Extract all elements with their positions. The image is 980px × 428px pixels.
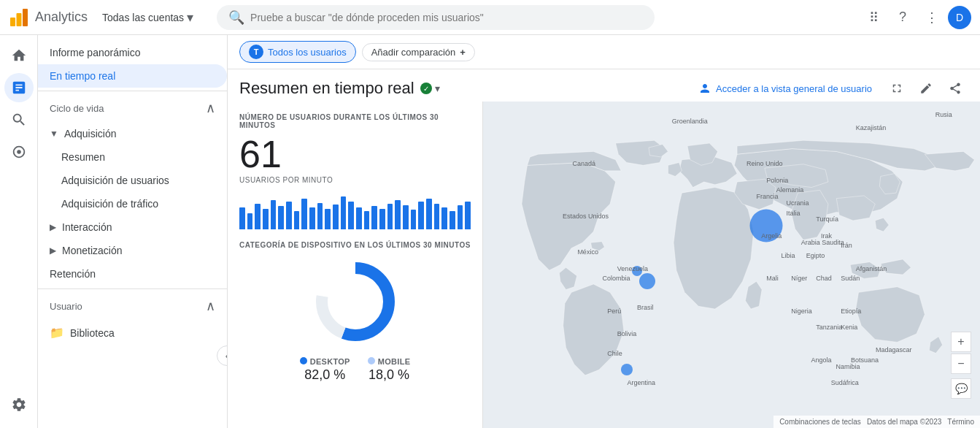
label-kenia: Kenia xyxy=(841,324,857,331)
label-namibia: Namibia xyxy=(836,363,860,370)
user-view-button[interactable]: Acceder a la vista general de usuario xyxy=(690,77,881,99)
zoom-out-button[interactable]: − xyxy=(951,354,971,374)
help-button[interactable]: ? xyxy=(890,4,916,31)
legend-desktop: DESKTOP 82,0 % xyxy=(300,357,350,383)
desktop-value: 82,0 % xyxy=(304,367,345,383)
chip-add-comparison[interactable]: Añadir comparación + xyxy=(362,43,475,61)
account-selector[interactable]: Todas las cuentas ▾ xyxy=(96,7,199,28)
nav-sub-adquisicion-usuarios[interactable]: Adquisición de usuarios xyxy=(38,169,227,192)
nav-item-overview[interactable]: Informe panorámico xyxy=(38,41,227,64)
map-chat-button[interactable]: 💬 xyxy=(951,378,971,399)
adquisicion-trafico-label: Adquisición de tráfico xyxy=(61,198,158,210)
segment-chips: T Todos los usuarios Añadir comparación … xyxy=(239,41,475,63)
bar-chart-bar xyxy=(325,209,331,229)
left-nav: Informe panorámico En tiempo real Ciclo … xyxy=(38,35,228,428)
bar-chart-bar xyxy=(364,211,370,229)
more-options-button[interactable]: ⋮ xyxy=(919,4,945,31)
chip-all-users-label: Todos los usuarios xyxy=(268,47,347,58)
label-chile: Chile xyxy=(607,350,622,357)
report-title: Resumen en tiempo real xyxy=(239,79,414,98)
device-section-title: CATEGORÍA DE DISPOSITIVO EN LOS ÚLTIMOS … xyxy=(239,241,471,249)
nav-item-interaccion[interactable]: ▶ Interacción xyxy=(38,215,227,239)
user-view-icon xyxy=(698,82,711,95)
search-bar[interactable]: 🔍 xyxy=(217,5,655,30)
realtime-label: En tiempo real xyxy=(50,70,115,82)
nav-section-lifecycle[interactable]: Ciclo de vida ∧ xyxy=(38,94,227,122)
map-data-label: Datos del mapa ©2023 xyxy=(867,418,941,426)
nav-section-usuario[interactable]: Usuario ∧ xyxy=(38,292,227,320)
desktop-label: DESKTOP xyxy=(310,357,350,366)
chevron-down-report: ▾ xyxy=(435,83,440,94)
bar-chart-bar xyxy=(465,202,471,229)
users-count: 61 xyxy=(239,135,471,173)
app-title: Analytics xyxy=(35,9,88,25)
nav-collapse-button[interactable]: ‹ xyxy=(217,345,228,366)
content-area: T Todos los usuarios Añadir comparación … xyxy=(228,35,980,428)
monetizacion-expand-icon: ▶ xyxy=(50,245,56,256)
bar-chart-bar xyxy=(387,204,393,229)
bar-chart-bar xyxy=(301,199,307,229)
label-canada: Canadá xyxy=(573,160,596,167)
analytics-logo-icon xyxy=(9,7,29,28)
nav-sub-adquisicion-trafico[interactable]: Adquisición de tráfico xyxy=(38,192,227,215)
bar-chart-bar xyxy=(395,200,401,229)
svg-rect-0 xyxy=(10,18,15,26)
share-button[interactable] xyxy=(942,75,968,102)
nav-sub-resumen[interactable]: Resumen xyxy=(38,145,227,169)
collapse-btn-area: ‹ xyxy=(38,345,227,366)
device-legend: DESKTOP 82,0 % MOBILE 18,0 % xyxy=(239,357,471,383)
label-colombia: Colombia xyxy=(602,275,630,282)
bar-chart xyxy=(239,193,471,229)
status-badge: ▾ xyxy=(420,83,440,94)
status-dot-icon xyxy=(420,83,432,94)
content-header: T Todos los usuarios Añadir comparación … xyxy=(228,35,980,69)
label-afganistan: Afganistán xyxy=(856,265,887,272)
logo-area: Analytics xyxy=(9,7,88,28)
nav-item-biblioteca[interactable]: 📁 Biblioteca xyxy=(38,320,227,345)
bar-chart-bar xyxy=(271,200,277,229)
main-content: NÚMERO DE USUARIOS DURANTE LOS ÚLTIMOS 3… xyxy=(228,102,980,428)
label-ucrania: Ucrania xyxy=(786,199,809,207)
label-polonia: Polonia xyxy=(766,177,788,184)
search-icon: 🔍 xyxy=(228,9,244,26)
adquisicion-usuarios-label: Adquisición de usuarios xyxy=(61,175,169,186)
label-etiopia: Etiopía xyxy=(841,307,861,315)
bar-chart-bar xyxy=(317,203,323,229)
nav-item-realtime[interactable]: En tiempo real xyxy=(38,64,227,88)
zoom-in-button[interactable]: + xyxy=(951,332,971,352)
bar-chart-bar xyxy=(379,209,385,229)
label-sudan: Sudán xyxy=(841,275,860,282)
terms-label: Término xyxy=(947,418,974,426)
apps-button[interactable]: ⠿ xyxy=(860,4,887,31)
edit-button[interactable] xyxy=(913,75,939,102)
sidebar-item-advertising[interactable] xyxy=(4,137,34,167)
label-angola: Angola xyxy=(811,356,831,364)
nav-item-monetizacion[interactable]: ▶ Monetización xyxy=(38,239,227,262)
nav-item-adquisicion[interactable]: ▼ Adquisición xyxy=(38,122,227,145)
legend-mobile: MOBILE 18,0 % xyxy=(368,357,411,383)
label-argelia: Argelia xyxy=(761,232,782,240)
bar-chart-bar xyxy=(403,205,409,229)
label-rusia: Rusia xyxy=(935,111,952,118)
sidebar-item-reports[interactable] xyxy=(4,73,34,102)
sidebar-item-home[interactable] xyxy=(4,41,34,70)
label-francia: Francia xyxy=(757,193,779,200)
fullscreen-button[interactable] xyxy=(884,75,910,102)
chip-all-users[interactable]: T Todos los usuarios xyxy=(239,41,356,63)
main-layout: Informe panorámico En tiempo real Ciclo … xyxy=(0,35,980,428)
bar-chart-bar xyxy=(341,196,347,229)
avatar[interactable]: D xyxy=(948,6,971,29)
label-libia: Libia xyxy=(782,252,795,259)
bar-chart-bar xyxy=(441,207,447,229)
map-area: .land { fill: #c8d0d8; stroke: #fff; str… xyxy=(483,102,980,428)
biblioteca-label: Biblioteca xyxy=(70,327,115,339)
bar-chart-bar xyxy=(458,205,463,229)
sidebar-item-settings[interactable] xyxy=(4,390,34,419)
sidebar-item-explore[interactable] xyxy=(4,105,34,134)
label-niger: Níger xyxy=(791,275,807,282)
label-venezuela: Venezuela xyxy=(617,265,648,272)
interaccion-expand-icon: ▶ xyxy=(50,222,56,232)
nav-item-retencion[interactable]: Retención xyxy=(38,262,227,286)
search-input[interactable] xyxy=(250,12,643,23)
label-brasil: Brasil xyxy=(637,304,654,311)
